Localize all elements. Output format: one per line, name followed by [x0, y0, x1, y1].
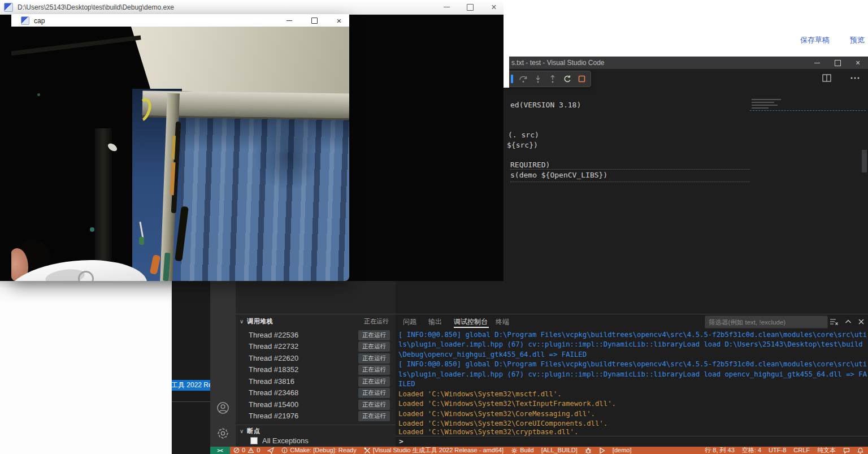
debug-toolbar	[506, 71, 591, 87]
cursor-position[interactable]: 行 8, 列 43	[705, 447, 735, 454]
console-line: Loaded 'C:\Windows\System32\CoreMessagin…	[398, 410, 595, 418]
squiggle-underline	[510, 169, 750, 170]
console-prompt[interactable]: >	[399, 437, 403, 446]
console-app-icon	[4, 3, 13, 12]
charm-bead-shape	[139, 237, 144, 245]
minimap-viewport-edge	[750, 110, 866, 111]
launch-target-button[interactable]	[267, 447, 274, 454]
minimap[interactable]	[752, 107, 769, 109]
notifications-bell-icon[interactable]	[857, 447, 863, 454]
console-line: Loaded 'C:\Windows\System32\cryptbase.dl…	[398, 428, 578, 436]
tab-problems[interactable]: 问题	[403, 317, 416, 327]
encoding[interactable]: UTF-8	[769, 447, 786, 454]
tab-terminal[interactable]: 终端	[496, 317, 509, 327]
thread-row[interactable]: Thread #22732 正在运行	[249, 341, 390, 352]
split-editor-icon[interactable]	[822, 74, 831, 82]
chevron-down-icon: ∨	[240, 318, 244, 325]
green-speck-shape	[37, 93, 40, 96]
cap-title: cap	[34, 17, 45, 25]
teal-dot-shape	[90, 227, 94, 232]
chevron-up-icon[interactable]	[844, 318, 852, 326]
error-icon	[233, 447, 240, 453]
step-over-icon[interactable]	[519, 75, 528, 84]
close-button[interactable]: ×	[485, 1, 502, 13]
thread-status-badge: 正在运行	[358, 341, 390, 352]
output-selection-highlight: 工具 2022 Re	[171, 380, 210, 391]
call-stack-title: 调用堆栈	[247, 317, 272, 326]
feedback-icon[interactable]	[843, 447, 850, 454]
more-actions-icon[interactable]	[850, 77, 860, 79]
minimize-button[interactable]	[807, 57, 827, 69]
continue-icon[interactable]	[511, 75, 513, 83]
section-divider	[236, 425, 396, 425]
close-button[interactable]: ×	[848, 57, 868, 69]
debug-target-button[interactable]: [demo]	[613, 447, 632, 454]
console-line: [ INFO:0@0.850] global D:\Program Files\…	[398, 331, 867, 339]
maximize-button[interactable]	[309, 18, 320, 24]
cmake-build-button[interactable]: Build	[511, 447, 533, 454]
all-exceptions-checkbox[interactable]	[250, 437, 258, 444]
tools-icon	[364, 447, 371, 454]
maximize-button[interactable]	[827, 57, 848, 69]
account-icon[interactable]	[216, 401, 229, 414]
tab-output[interactable]: 输出	[428, 317, 442, 327]
breakpoint-row: All Exceptions	[250, 436, 309, 445]
cmake-status-button[interactable]: CMake: [Debug]: Ready	[281, 447, 356, 454]
warning-icon	[248, 447, 254, 453]
maximize-button[interactable]	[462, 1, 479, 13]
thread-row[interactable]: Thread #3816 正在运行	[249, 376, 390, 387]
thread-status-badge: 正在运行	[358, 400, 390, 410]
thread-row[interactable]: Thread #23468 正在运行	[249, 387, 390, 398]
thread-status-badge: 正在运行	[358, 377, 390, 387]
minimap[interactable]	[752, 102, 774, 103]
thread-row[interactable]: Thread #22536 正在运行	[249, 330, 390, 340]
cap-titlebar[interactable]: cap ×	[11, 14, 349, 27]
debug-button[interactable]	[585, 447, 592, 454]
output-panel-strip: uild] Sta proc] Exec uild] 用于 uild] 版权 u…	[171, 266, 210, 454]
breakpoint-label: All Exceptions	[262, 436, 309, 445]
cmake-kit-button[interactable]: [Visual Studio 生成工具 2022 Release - amd64…	[364, 447, 504, 454]
thread-status-badge: 正在运行	[358, 330, 390, 340]
bug-icon	[585, 447, 592, 454]
build-target-button[interactable]: [ALL_BUILD]	[541, 447, 578, 454]
code-line: (. src)	[508, 131, 539, 139]
tab-debug-console[interactable]: 调试控制台	[454, 317, 488, 327]
thread-status-badge: 正在运行	[358, 388, 390, 398]
console-line: ls\plugin_loader.impl.hpp (67) cv::plugi…	[398, 370, 867, 378]
thread-row[interactable]: Thread #21976 正在运行	[249, 410, 390, 421]
language-mode[interactable]: 纯文本	[817, 447, 836, 454]
minimize-button[interactable]	[284, 20, 295, 21]
breakpoints-header[interactable]: ∨ 断点	[240, 427, 260, 435]
console-input-divider	[396, 436, 868, 436]
problems-status[interactable]: 0 0	[233, 447, 260, 454]
thread-row[interactable]: Thread #15400 正在运行	[249, 399, 390, 410]
remote-indicator[interactable]: ><	[210, 447, 230, 454]
minimap[interactable]	[752, 99, 781, 100]
stop-icon[interactable]	[578, 75, 586, 83]
clear-filter-icon[interactable]	[830, 317, 839, 326]
run-button[interactable]	[599, 447, 605, 454]
eol-sequence[interactable]: CRLF	[793, 447, 810, 454]
thread-status-badge: 正在运行	[358, 365, 390, 375]
step-out-icon[interactable]	[548, 75, 557, 84]
indentation[interactable]: 空格: 4	[742, 447, 761, 454]
minimize-button[interactable]	[438, 1, 455, 13]
console-filter	[705, 315, 828, 328]
console-titlebar[interactable]: D:\Users\25143\Desktop\test\build\Debug\…	[0, 0, 504, 15]
play-icon	[599, 447, 605, 454]
console-window-controls: ×	[438, 1, 502, 13]
filter-input[interactable]	[705, 316, 827, 328]
minimap[interactable]	[752, 105, 778, 106]
code-line: ed(VERSION 3.18)	[510, 101, 581, 109]
close-button[interactable]: ×	[333, 16, 345, 25]
console-title: D:\Users\25143\Desktop\test\build\Debug\…	[18, 3, 174, 11]
call-stack-header[interactable]: ∨ 调用堆栈 正在运行	[240, 316, 389, 326]
settings-gear-icon[interactable]	[216, 427, 229, 440]
chevron-down-icon: ∨	[240, 428, 244, 434]
restart-icon[interactable]	[563, 75, 572, 84]
step-into-icon[interactable]	[533, 75, 542, 84]
thread-row[interactable]: Thread #18352 正在运行	[249, 364, 390, 375]
editor-scrollbar[interactable]	[862, 150, 867, 172]
close-panel-icon[interactable]	[857, 318, 865, 326]
thread-row[interactable]: Thread #22620 正在运行	[249, 353, 390, 364]
